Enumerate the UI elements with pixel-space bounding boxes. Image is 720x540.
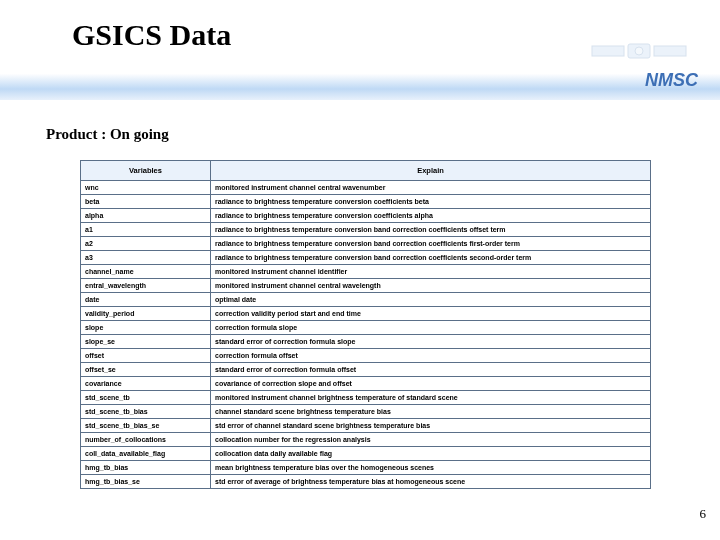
- table-header-row: Variables Explain: [81, 161, 651, 181]
- table-row: wncmonitored instrument channel central …: [81, 181, 651, 195]
- variable-name: std_scene_tb_bias_se: [81, 419, 211, 433]
- table-row: alpharadiance to brightness temperature …: [81, 209, 651, 223]
- variable-name: channel_name: [81, 265, 211, 279]
- variable-name: alpha: [81, 209, 211, 223]
- variable-explain: radiance to brightness temperature conve…: [211, 223, 651, 237]
- section-subtitle: Product : On going: [46, 126, 169, 143]
- variable-explain: channel standard scene brightness temper…: [211, 405, 651, 419]
- table-row: entral_wavelengthmonitored instrument ch…: [81, 279, 651, 293]
- satellite-icon: [584, 30, 694, 72]
- variable-name: coll_data_available_flag: [81, 447, 211, 461]
- table-row: slope_sestandard error of correction for…: [81, 335, 651, 349]
- variable-name: a2: [81, 237, 211, 251]
- table-row: std_scene_tb_bias_sestd error of channel…: [81, 419, 651, 433]
- variable-name: beta: [81, 195, 211, 209]
- variable-explain: radiance to brightness temperature conve…: [211, 195, 651, 209]
- table-row: dateoptimal date: [81, 293, 651, 307]
- variable-explain: monitored instrument channel brightness …: [211, 391, 651, 405]
- variable-explain: collocation data daily available flag: [211, 447, 651, 461]
- table-row: a3radiance to brightness temperature con…: [81, 251, 651, 265]
- svg-rect-2: [654, 46, 686, 56]
- variable-explain: std error of channel standard scene brig…: [211, 419, 651, 433]
- variable-explain: standard error of correction formula slo…: [211, 335, 651, 349]
- table-row: number_of_collocationscollocation number…: [81, 433, 651, 447]
- slide: GSICS Data NMSC Product : On going Varia…: [0, 0, 720, 540]
- table-row: covariancecovariance of correction slope…: [81, 377, 651, 391]
- variable-name: a1: [81, 223, 211, 237]
- table-row: betaradiance to brightness temperature c…: [81, 195, 651, 209]
- variable-explain: correction formula offset: [211, 349, 651, 363]
- col-header-explain: Explain: [211, 161, 651, 181]
- variable-explain: covariance of correction slope and offse…: [211, 377, 651, 391]
- variable-name: std_scene_tb: [81, 391, 211, 405]
- page-title: GSICS Data: [72, 18, 231, 52]
- variable-explain: correction validity period start and end…: [211, 307, 651, 321]
- table-row: validity_periodcorrection validity perio…: [81, 307, 651, 321]
- variable-name: offset_se: [81, 363, 211, 377]
- table-row: std_scene_tbmonitored instrument channel…: [81, 391, 651, 405]
- variable-name: date: [81, 293, 211, 307]
- table-row: channel_namemonitored instrument channel…: [81, 265, 651, 279]
- variable-name: hmg_tb_bias: [81, 461, 211, 475]
- table-row: a2radiance to brightness temperature con…: [81, 237, 651, 251]
- variable-explain: radiance to brightness temperature conve…: [211, 209, 651, 223]
- variables-table-wrap: Variables Explain wncmonitored instrumen…: [80, 160, 650, 489]
- variable-name: hmg_tb_bias_se: [81, 475, 211, 489]
- variables-table: Variables Explain wncmonitored instrumen…: [80, 160, 651, 489]
- variable-name: offset: [81, 349, 211, 363]
- variable-explain: collocation number for the regression an…: [211, 433, 651, 447]
- variable-name: std_scene_tb_bias: [81, 405, 211, 419]
- variable-explain: radiance to brightness temperature conve…: [211, 251, 651, 265]
- variable-explain: monitored instrument channel identifier: [211, 265, 651, 279]
- variable-name: slope_se: [81, 335, 211, 349]
- variable-explain: radiance to brightness temperature conve…: [211, 237, 651, 251]
- table-row: hmg_tb_bias_sestd error of average of br…: [81, 475, 651, 489]
- variable-explain: std error of average of brightness tempe…: [211, 475, 651, 489]
- table-row: coll_data_available_flagcollocation data…: [81, 447, 651, 461]
- table-row: hmg_tb_biasmean brightness temperature b…: [81, 461, 651, 475]
- variable-explain: monitored instrument channel central wav…: [211, 279, 651, 293]
- svg-point-3: [635, 47, 643, 55]
- variable-name: validity_period: [81, 307, 211, 321]
- variable-name: entral_wavelength: [81, 279, 211, 293]
- svg-rect-1: [592, 46, 624, 56]
- table-row: offset_sestandard error of correction fo…: [81, 363, 651, 377]
- table-row: std_scene_tb_biaschannel standard scene …: [81, 405, 651, 419]
- table-row: a1radiance to brightness temperature con…: [81, 223, 651, 237]
- variable-explain: monitored instrument channel central wav…: [211, 181, 651, 195]
- table-row: offsetcorrection formula offset: [81, 349, 651, 363]
- variable-name: wnc: [81, 181, 211, 195]
- variable-name: a3: [81, 251, 211, 265]
- brand-logo-text: NMSC: [645, 70, 698, 91]
- table-row: slopecorrection formula slope: [81, 321, 651, 335]
- variable-explain: optimal date: [211, 293, 651, 307]
- col-header-variables: Variables: [81, 161, 211, 181]
- variable-name: slope: [81, 321, 211, 335]
- variable-explain: mean brightness temperature bias over th…: [211, 461, 651, 475]
- page-number: 6: [700, 506, 707, 522]
- variable-name: covariance: [81, 377, 211, 391]
- variable-explain: standard error of correction formula off…: [211, 363, 651, 377]
- variable-explain: correction formula slope: [211, 321, 651, 335]
- variable-name: number_of_collocations: [81, 433, 211, 447]
